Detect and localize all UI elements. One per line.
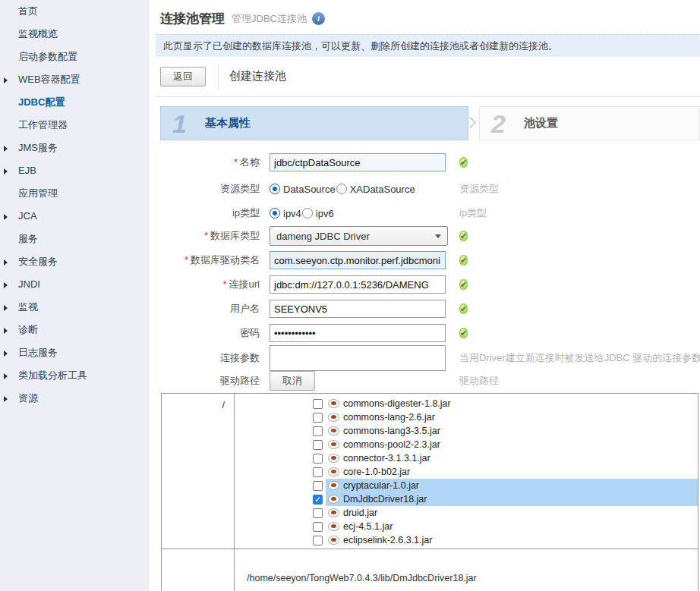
sidebar-item[interactable]: 启动参数配置 (0, 46, 150, 68)
file-checkbox[interactable] (313, 481, 323, 491)
form-row-url: *连接url (150, 275, 700, 294)
sidebar-item[interactable]: 监视 (0, 296, 150, 319)
expand-arrow-icon[interactable] (4, 305, 8, 311)
file-row: commons-digester-1.8.jar (235, 397, 698, 410)
file-row-body[interactable]: druid.jar (326, 506, 698, 520)
file-checkbox[interactable] (313, 522, 323, 532)
file-checkbox[interactable] (313, 426, 323, 436)
expand-arrow-icon[interactable] (4, 328, 8, 334)
file-checkbox[interactable] (313, 413, 323, 423)
file-row-body[interactable]: ecj-4.5.1.jar (326, 520, 698, 533)
sidebar-item[interactable]: 安全服务 (0, 250, 150, 273)
selected-path-left-cell (162, 549, 235, 591)
sidebar-item-label: 安全服务 (18, 256, 58, 267)
jar-file-icon (328, 495, 339, 504)
expand-arrow-icon[interactable] (4, 396, 8, 402)
file-checkbox[interactable] (313, 508, 323, 518)
file-row-body[interactable]: eclipselink-2.6.3.1.jar (326, 533, 698, 547)
file-name: druid.jar (343, 508, 377, 518)
expand-arrow-icon[interactable] (4, 146, 8, 152)
radio-datasource[interactable] (270, 184, 280, 194)
file-row-body[interactable]: commons-lang3-3.5.jar (326, 424, 698, 438)
cancel-button[interactable]: 取消 (270, 371, 315, 391)
valid-check-icon (459, 157, 468, 168)
db-type-select[interactable]: dameng JDBC Driver (270, 226, 448, 246)
radio-ipv4[interactable] (270, 208, 280, 218)
back-button[interactable]: 返回 (160, 67, 206, 86)
file-row-body[interactable]: DmJdbcDriver18.jar (326, 492, 698, 506)
form-row-username: 用户名 (150, 300, 700, 318)
valid-check-icon (459, 255, 468, 266)
step-pool-settings[interactable]: 2 池设置 (479, 106, 700, 140)
step-basic-properties[interactable]: 1 基本属性 (160, 106, 468, 140)
file-row-body[interactable]: connector-3.1.3.1.jar (326, 451, 698, 465)
form-row-resource-type: 资源类型 DataSource XADataSource 资源类型 (150, 182, 700, 196)
sidebar-item[interactable]: 服务 (0, 228, 150, 250)
expand-arrow-icon[interactable] (4, 351, 8, 357)
expand-arrow-icon[interactable] (4, 168, 8, 174)
sidebar-item[interactable]: 监视概览 (0, 23, 150, 46)
file-row-body[interactable]: commons-lang-2.6.jar (326, 410, 698, 424)
step1-number: 1 (172, 111, 187, 137)
sidebar-item[interactable]: 诊断 (0, 319, 150, 341)
file-name: commons-lang-2.6.jar (343, 412, 435, 423)
file-checkbox[interactable] (313, 440, 323, 450)
radio-xadatasource[interactable] (336, 184, 347, 194)
name-label: *名称 (150, 156, 260, 169)
required-mark: * (234, 156, 238, 168)
file-row-body[interactable]: core-1.0-b02.jar (326, 465, 698, 479)
file-row-body[interactable]: cryptacular-1.0.jar (326, 479, 698, 492)
conn-params-input[interactable] (270, 345, 446, 371)
password-input[interactable] (270, 324, 446, 342)
info-icon[interactable]: i (312, 12, 325, 25)
username-input[interactable] (270, 300, 446, 318)
sidebar-item[interactable]: EJB (0, 159, 150, 182)
file-checkbox[interactable] (313, 399, 323, 409)
expand-arrow-icon[interactable] (4, 259, 8, 266)
sidebar-item[interactable]: 类加载分析工具 (0, 364, 150, 387)
expand-arrow-icon[interactable] (4, 214, 8, 220)
sidebar-item[interactable]: 资源 (0, 387, 150, 410)
file-row-body[interactable]: commons-digester-1.8.jar (326, 397, 698, 410)
sidebar-item[interactable]: JMS服务 (0, 137, 150, 159)
expand-arrow-icon[interactable] (4, 77, 8, 83)
sidebar-item-label: 应用管理 (18, 187, 58, 199)
sidebar-item-label: 工作管理器 (18, 119, 68, 130)
sidebar-item[interactable]: WEB容器配置 (0, 68, 150, 91)
file-checkbox[interactable] (313, 495, 323, 505)
form-row-ip-type: ip类型 ipv4 ipv6 ip类型 (150, 206, 700, 220)
url-input[interactable] (270, 275, 446, 294)
sidebar-item[interactable]: JCA (0, 205, 150, 228)
form-row-password: 密码 (150, 324, 700, 342)
selected-driver-path: /home/seeyon/TongWeb7.0.4.3/lib/DmJdbcDr… (235, 549, 698, 591)
toolbar: 返回 创建连接池 (160, 66, 700, 86)
sidebar-item[interactable]: 工作管理器 (0, 114, 150, 137)
file-checkbox[interactable] (313, 536, 323, 545)
sidebar-item[interactable]: JDBC配置 (0, 91, 150, 114)
sidebar-nav: 首页监视概览启动参数配置WEB容器配置JDBC配置工作管理器JMS服务EJB应用… (0, 0, 150, 591)
sidebar-item-label: 启动参数配置 (18, 51, 77, 62)
file-name: commons-lang3-3.5.jar (343, 426, 440, 436)
file-checkbox[interactable] (313, 467, 323, 477)
file-row-body[interactable]: commons-pool2-2.3.jar (326, 438, 698, 451)
file-checkbox[interactable] (313, 454, 323, 464)
file-name: connector-3.1.3.1.jar (343, 453, 430, 464)
radio-ipv6[interactable] (302, 208, 313, 218)
sidebar-item[interactable]: 首页 (0, 0, 150, 23)
password-label: 密码 (150, 326, 260, 340)
sidebar-item[interactable]: 应用管理 (0, 182, 150, 205)
radio-xadatasource-label: XADataSource (350, 184, 415, 195)
sidebar-item[interactable]: 日志服务 (0, 341, 150, 364)
file-row: commons-lang-2.6.jar (235, 410, 698, 424)
form-row-name: *名称 (150, 153, 700, 171)
form-row-driver-class: *数据库驱动类名 (150, 251, 700, 269)
name-input[interactable] (270, 153, 446, 171)
info-bar: 此页显示了已创建的数据库连接池，可以更新、删除所创建的连接池或者创建新的连接池。 (156, 34, 700, 57)
expand-arrow-icon[interactable] (4, 373, 8, 379)
file-tree-root[interactable]: / (162, 394, 235, 549)
jar-file-icon (328, 399, 339, 408)
sidebar-item[interactable]: JNDI (0, 273, 150, 296)
driver-class-input[interactable] (270, 251, 446, 269)
step2-label: 池设置 (524, 116, 558, 130)
expand-arrow-icon[interactable] (4, 282, 8, 288)
